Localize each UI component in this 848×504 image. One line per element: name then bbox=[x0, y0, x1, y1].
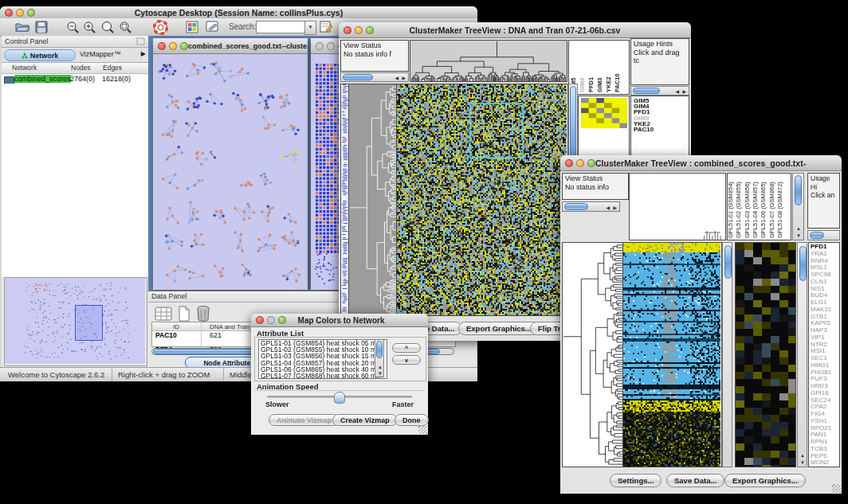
move-down-button[interactable]: v bbox=[392, 355, 421, 365]
tv2-row-dendrogram[interactable] bbox=[562, 242, 623, 467]
tv2-detail-vscrollbar[interactable]: ▲ ▼ bbox=[797, 242, 807, 467]
zoom-window-icon[interactable] bbox=[278, 316, 286, 324]
edges-count: 16218(0) bbox=[102, 75, 131, 83]
new-attribute-icon[interactable] bbox=[177, 306, 191, 322]
column-label[interactable]: GIM3 bbox=[596, 78, 603, 92]
tv1-usage-hints: Usage Hints Click and drag tc bbox=[630, 38, 689, 85]
column-label[interactable]: GPL51-06 (GSM865) bbox=[760, 182, 767, 238]
tv2-labels-vscrollbar[interactable]: ▲ ▼ bbox=[792, 173, 804, 240]
slider-thumb[interactable] bbox=[334, 392, 345, 404]
delete-attribute-icon[interactable] bbox=[196, 305, 210, 322]
export-graphics-button[interactable]: Export Graphics... bbox=[724, 474, 806, 487]
close-icon[interactable] bbox=[256, 316, 264, 324]
tv2-detail-heatmap[interactable] bbox=[735, 242, 796, 467]
export-graphics-button[interactable]: Export Graphics... bbox=[458, 322, 540, 335]
save-icon[interactable] bbox=[35, 21, 48, 33]
zoom-window-icon[interactable] bbox=[587, 159, 595, 167]
minimize-icon[interactable] bbox=[355, 26, 363, 34]
search-input[interactable] bbox=[256, 21, 306, 33]
network-table-header: Network Nodes Edges bbox=[2, 63, 148, 74]
close-icon[interactable] bbox=[316, 42, 324, 50]
status-welcome: Welcome to Cytoscape 2.6.2 bbox=[8, 370, 104, 379]
annotation-icon[interactable] bbox=[206, 21, 219, 33]
column-label[interactable]: GPL51-01 (GSM854) bbox=[727, 182, 734, 238]
attribute-item[interactable]: GPL51-07 (GSM868) heat shock 60 min bbox=[261, 373, 387, 379]
treeview2-window: ClusterMaker TreeView : combined_scores_… bbox=[560, 155, 842, 494]
tv1-heatmap[interactable] bbox=[397, 84, 568, 316]
animation-speed-slider[interactable] bbox=[267, 396, 412, 398]
zoom-window-icon[interactable] bbox=[366, 26, 374, 34]
close-icon[interactable] bbox=[5, 9, 13, 17]
minimize-icon[interactable] bbox=[16, 9, 24, 17]
network-view-canvas[interactable] bbox=[154, 54, 307, 289]
tab-overflow-button[interactable]: ▶ bbox=[141, 50, 146, 57]
tv2-column-dendrogram[interactable] bbox=[629, 173, 726, 240]
tv1-status-hscrollbar[interactable]: ◀ ▶ bbox=[340, 72, 409, 82]
zoom-in-icon[interactable] bbox=[83, 21, 96, 34]
tv1-column-dendrogram[interactable] bbox=[410, 40, 567, 82]
control-panel: Control Panel Network VizMapper™ ▶ Netwo… bbox=[2, 36, 149, 368]
column-label[interactable]: GPL51-04 (GSM857) bbox=[752, 182, 759, 238]
vizmapper-icon[interactable] bbox=[186, 21, 198, 33]
attribute-list-scrollbar[interactable]: ▲ ▼ bbox=[375, 339, 384, 377]
minimize-icon[interactable] bbox=[576, 159, 584, 167]
main-title-bar[interactable]: Cytoscape Desktop (Session Name: collins… bbox=[0, 6, 477, 19]
treeview1-title-bar[interactable]: ClusterMaker TreeView : DNA and Tran 07-… bbox=[339, 22, 691, 38]
close-icon[interactable] bbox=[158, 42, 166, 50]
zoom-out-icon[interactable] bbox=[66, 21, 80, 34]
column-label[interactable]: PAC10 bbox=[614, 73, 621, 92]
column-label[interactable]: GPL51-02 (GSM855) bbox=[735, 182, 742, 238]
move-up-button[interactable]: ^ bbox=[392, 343, 421, 353]
create-vizmap-button[interactable]: Create Vizmap bbox=[332, 414, 398, 426]
treeview2-title-bar[interactable]: ClusterMaker TreeView : combined_scores_… bbox=[560, 155, 842, 171]
close-icon[interactable] bbox=[565, 159, 573, 167]
tv1-view-status: View Status No status info f bbox=[340, 40, 409, 72]
attribute-editor-icon[interactable] bbox=[320, 21, 333, 33]
attribute-list[interactable]: GPL51-01 (GSM854) heat shock 05 minGPL51… bbox=[258, 339, 387, 379]
dialog-title-bar[interactable]: Map Colors to Network bbox=[251, 314, 428, 327]
help-lifering-icon[interactable] bbox=[153, 20, 168, 35]
column-label[interactable]: GPL51-03 (GSM856) bbox=[744, 182, 751, 238]
tv2-heatmap-vscrollbar[interactable] bbox=[722, 242, 732, 467]
network-view-title-bar[interactable]: combined_scores_good.txt--cluste... bbox=[153, 38, 308, 54]
zoom-window-icon[interactable] bbox=[27, 9, 35, 17]
float-panel-icon[interactable] bbox=[136, 37, 145, 45]
tv2-heatmap[interactable] bbox=[623, 242, 722, 467]
animate-vizmap-button[interactable]: Animate Vizmap bbox=[269, 414, 340, 426]
tab-network[interactable]: Network bbox=[4, 49, 76, 61]
zoom-window-icon[interactable] bbox=[180, 42, 188, 50]
minimize-icon[interactable] bbox=[169, 42, 177, 50]
save-data-button[interactable]: Save Data... bbox=[666, 474, 724, 487]
column-label[interactable]: GPL51-08 (GSM872) bbox=[776, 182, 783, 238]
minimize-icon[interactable] bbox=[327, 42, 335, 50]
minimize-icon[interactable] bbox=[267, 316, 275, 324]
gene-label[interactable]: MON2 bbox=[811, 459, 839, 467]
tv1-global-strip[interactable] bbox=[340, 84, 349, 316]
settings-button[interactable]: Settings... bbox=[610, 474, 662, 487]
network-overview-panel[interactable] bbox=[4, 277, 147, 366]
tv1-usage-hscrollbar[interactable]: ◀ ▶ bbox=[630, 86, 689, 96]
screen: Cytoscape Desktop (Session Name: collins… bbox=[0, 0, 848, 504]
tv2-status-hscrollbar[interactable]: ◀ ▶ bbox=[562, 201, 620, 212]
close-icon[interactable] bbox=[344, 26, 351, 34]
open-file-icon[interactable] bbox=[14, 21, 30, 33]
tab-vizmapper[interactable]: VizMapper™ bbox=[80, 50, 121, 58]
zoom-selected-icon[interactable] bbox=[119, 21, 132, 34]
done-button[interactable]: Done bbox=[395, 414, 429, 426]
tv2-usage-hscrollbar[interactable] bbox=[807, 230, 840, 240]
tv2-usage-hints: Usage Hi Click an bbox=[807, 173, 840, 229]
resize-grip[interactable] bbox=[832, 484, 841, 493]
resize-grip[interactable] bbox=[418, 425, 427, 434]
column-label[interactable]: YKE2 bbox=[605, 76, 612, 92]
search-dropdown-button[interactable]: ▼ bbox=[304, 21, 316, 35]
table-mode-icon[interactable] bbox=[155, 306, 172, 322]
network-overview-canvas[interactable] bbox=[5, 278, 145, 364]
column-label[interactable]: PFD1 bbox=[587, 77, 595, 92]
tv1-row-dendrogram[interactable] bbox=[349, 84, 397, 316]
row-label[interactable]: PAC10 bbox=[634, 127, 689, 132]
zoom-fit-icon[interactable] bbox=[100, 21, 114, 34]
window-controls bbox=[5, 9, 35, 17]
tv1-mini-heatmap[interactable] bbox=[581, 98, 627, 128]
column-label[interactable]: GPL51-07 (GSM868) bbox=[768, 182, 775, 238]
column-label[interactable]: GIM4 bbox=[579, 78, 586, 92]
